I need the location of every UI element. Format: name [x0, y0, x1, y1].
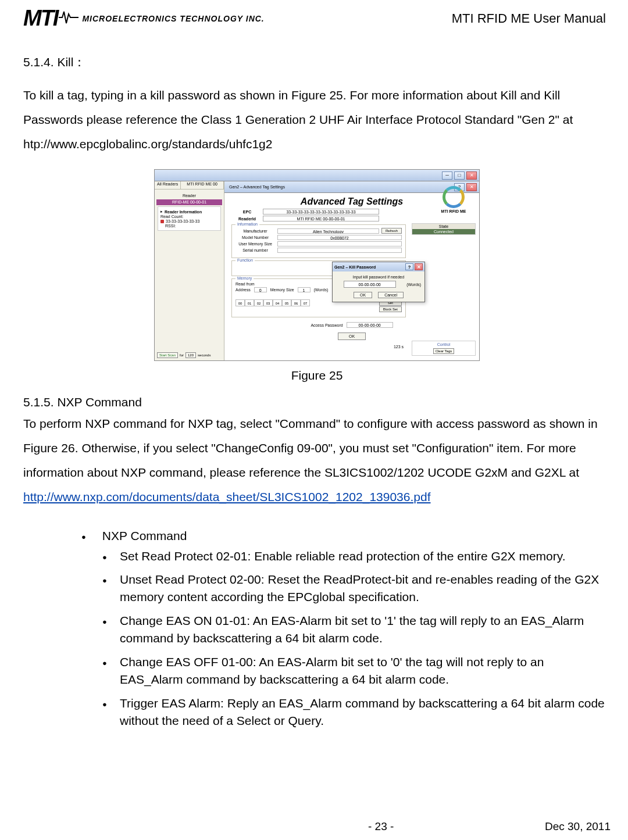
memory-cells: 00 01 02 03 04 05 06 07	[236, 299, 310, 306]
clear-tags-button[interactable]: Clear Tags	[433, 348, 455, 354]
memory-title: Memory	[236, 276, 254, 280]
readfrom-label: Read from	[236, 282, 255, 286]
ok-button[interactable]: OK	[338, 333, 366, 340]
epc-label: EPC	[235, 210, 259, 214]
close-icon[interactable]: ✕	[415, 263, 423, 270]
tab-rfid-me[interactable]: MTI RFID ME 00	[181, 181, 224, 189]
epc-item: 33-33-33-33-33-33	[160, 219, 218, 223]
reader-tabs: All Readers MTI RFID ME 00	[155, 181, 224, 190]
address-label: Address	[236, 288, 251, 292]
nxp-datasheet-link[interactable]: http://www.nxp.com/documents/data_sheet/…	[23, 490, 431, 503]
words-label: (Words)	[314, 288, 329, 292]
reader-bar: RFID-ME 00-00-01	[156, 199, 222, 205]
refresh-button[interactable]: Refresh	[381, 228, 402, 234]
help-icon[interactable]: ?	[405, 263, 413, 270]
footer-date: Dec 30, 2011	[545, 820, 611, 833]
state-header: State	[412, 224, 475, 229]
outer-window-titlebar: ─ □ ✕	[155, 170, 479, 181]
page-number: - 23 -	[281, 820, 480, 833]
readerid-label: ReaderId	[235, 217, 259, 221]
mem-cell: 00	[236, 299, 245, 306]
dialog-ok-button[interactable]: OK	[354, 292, 372, 298]
page-footer: - 23 - Dec 30, 2011	[23, 820, 611, 833]
usermem-value	[277, 241, 402, 246]
manual-title: MTI RFID ME User Manual	[452, 11, 611, 26]
readerid-value: MTI RFID ME 00-00-00-01	[263, 216, 379, 221]
mem-cell: 02	[254, 299, 263, 306]
nxp-command-list: NXP Command Set Read Protect 02-01: Enab…	[23, 527, 611, 730]
rssi: RSSI:	[160, 224, 218, 228]
reader-label: Reader	[156, 194, 222, 198]
logo-block: MTI MICROELECTRONICS TECHNOLOGY INC.	[23, 6, 265, 31]
company-name: MICROELECTRONICS TECHNOLOGY INC.	[82, 14, 264, 23]
ring-icon	[443, 186, 465, 208]
close-icon[interactable]: ✕	[466, 171, 477, 180]
mem-cell: 06	[291, 299, 301, 306]
screenshot-kill-dialog: ─ □ ✕ All Readers MTI RFID ME 00 Reader …	[154, 169, 480, 361]
brand-logo: MTI RFID ME	[434, 186, 473, 213]
list-item: Change EAS ON 01-01: An EAS-Alarm bit se…	[120, 612, 611, 648]
list-item: Trigger EAS Alarm: Reply an EAS_Alarm co…	[120, 695, 611, 730]
model-label: Model Number	[236, 235, 275, 240]
reader-info-header: ▸ Reader Information	[160, 209, 218, 214]
tab-all-readers[interactable]: All Readers	[155, 181, 181, 189]
usermem-label: User Memory Size	[236, 242, 275, 246]
manufacturer-label: Manufacturer	[236, 229, 275, 233]
inner-title: Gen2 – Advanced Tag Settings	[227, 185, 285, 189]
figure-25: ─ □ ✕ All Readers MTI RFID ME 00 Reader …	[23, 169, 611, 383]
dialog-hint: Input kill password if needed	[336, 275, 421, 279]
left-pane: All Readers MTI RFID ME 00 Reader RFID-M…	[155, 181, 224, 360]
kill-pw-input[interactable]: 00-00-00-00	[344, 281, 396, 288]
access-pw-input[interactable]: 00-00-00-00	[347, 322, 393, 328]
state-value: Connected	[412, 229, 475, 234]
serial-value	[277, 248, 402, 253]
blockset-button[interactable]: Block Set	[379, 306, 402, 312]
dialog-cancel-button[interactable]: Cancel	[378, 292, 404, 298]
function-title: Function	[236, 258, 255, 262]
serial-label: Serial number	[236, 248, 275, 252]
control-panel: Control Clear Tags	[412, 341, 476, 356]
figure-25-caption: Figure 25	[23, 369, 611, 383]
list-item: Change EAS OFF 01-00: An EAS-Alarm bit s…	[120, 653, 611, 689]
epc-value: 33-33-33-33-33-33-33-33-33-33-33-33	[263, 209, 379, 215]
dialog-titlebar: Gen2 – Kill Password ? ✕	[333, 262, 424, 271]
mem-cell: 05	[282, 299, 291, 306]
access-pw-label: Access Password	[311, 323, 342, 327]
tag-dot-icon	[160, 220, 164, 223]
maximize-icon[interactable]: □	[454, 171, 465, 180]
page-header: MTI MICROELECTRONICS TECHNOLOGY INC. MTI…	[23, 6, 611, 31]
section-515-body: To perform NXP command for NXP tag, sele…	[23, 412, 611, 509]
reader-info-box: ▸ Reader Information Read Count: 33-33-3…	[158, 206, 221, 231]
logo-text: MTI	[23, 6, 78, 31]
model-value: 0x00B072	[277, 235, 402, 240]
time-readout: 123 s	[394, 345, 404, 349]
mem-cell: 04	[273, 299, 282, 306]
minimize-icon[interactable]: ─	[442, 171, 452, 180]
info-group: Information Manufacturer Alien Technolog…	[231, 224, 406, 258]
list-item: Unset Read Protect 02-00: Reset the Read…	[120, 571, 611, 606]
read-count: Read Count:	[160, 215, 218, 219]
start-scan-button[interactable]: Start Scan	[157, 352, 178, 358]
state-panel: State Connected	[412, 223, 476, 235]
section-514-heading: 5.1.4. Kill：	[23, 54, 611, 70]
pulse-icon	[59, 9, 78, 26]
section-514-body: To kill a tag, typing in a kill password…	[23, 83, 611, 156]
list-item: Set Read Protect 02-01: Enable reliable …	[120, 548, 611, 565]
list-item: NXP Command Set Read Protect 02-01: Enab…	[99, 527, 611, 730]
access-password-row: Access Password 00-00-00-00	[224, 322, 479, 328]
scan-duration-input[interactable]: 120	[185, 352, 196, 358]
info-group-title: Information	[236, 222, 259, 226]
mem-cell: 01	[245, 299, 254, 306]
scan-controls: Start Scan for 120 seconds	[157, 352, 222, 358]
memsize-input[interactable]: 1	[298, 287, 311, 292]
mem-cell: 07	[301, 299, 310, 306]
mem-cell: 03	[263, 299, 273, 306]
right-content: Gen2 – Advanced Tag Settings ? ✕ Advance…	[224, 181, 479, 360]
memsize-label: Memory Size	[270, 288, 294, 292]
kill-password-dialog: Gen2 – Kill Password ? ✕ Input kill pass…	[332, 262, 425, 302]
control-header: Control	[413, 342, 474, 346]
manufacturer-value: Alien Technology	[277, 228, 379, 234]
section-515-heading: 5.1.5. NXP Command	[23, 395, 611, 409]
address-input[interactable]: 0	[254, 287, 267, 292]
